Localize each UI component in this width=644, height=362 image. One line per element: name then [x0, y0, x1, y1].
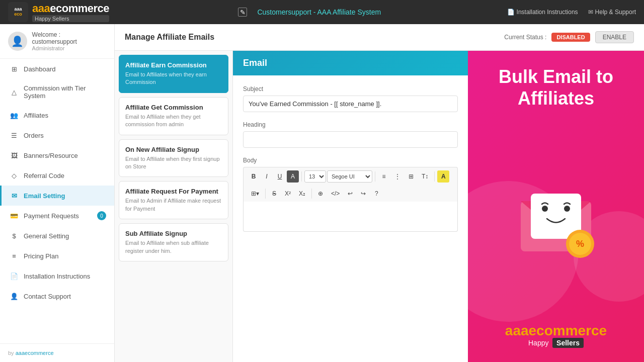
promo-logo: aaaecommerce Happy Sellers [505, 323, 607, 347]
logo: aaaeco aaaecommerce Happy Sellers [8, 2, 109, 22]
status-label: Current Status : [504, 34, 546, 41]
sidebar-item-label: Orders [24, 132, 44, 139]
redo-button[interactable]: ↪ [357, 188, 369, 200]
topbar-nav: 📄 Installation Instructions ✉ Help & Sup… [507, 9, 636, 16]
page-header: Manage Affiliate Emails Current Status :… [115, 24, 644, 51]
font-family-select[interactable]: Segoe UIArialTimes New Roman [327, 170, 372, 183]
promo-illustration: % [506, 109, 606, 323]
color-button[interactable]: A [287, 170, 299, 183]
page-title: Manage Affiliate Emails [125, 33, 214, 42]
strikethrough-button[interactable]: S [268, 188, 280, 200]
svg-point-4 [564, 206, 570, 212]
code-button[interactable]: </> [328, 188, 343, 200]
body-label: Body [243, 157, 458, 164]
undo-button[interactable]: ↩ [344, 188, 356, 200]
item-title: On New Affiliate Signup [125, 146, 222, 153]
card-icon: 💳 [10, 211, 19, 220]
sidebar: 👤 Welcome : customersupport Administrato… [0, 24, 115, 362]
special-char-button[interactable]: ⊕ [314, 188, 327, 200]
sidebar-item-label: Dashboard [24, 65, 56, 73]
sidebar-item-email-setting[interactable]: ✉ Email Setting [0, 186, 114, 206]
sidebar-item-affiliates[interactable]: 👥 Affiliates [0, 105, 114, 125]
ol-button[interactable]: ⋮ [391, 170, 404, 183]
footer-link[interactable]: aaaecommerce [16, 350, 54, 356]
subscript-button[interactable]: X₂ [295, 188, 309, 200]
content-area: Manage Affiliate Emails Current Status :… [115, 24, 644, 362]
sidebar-item-label: Installation Instructions [24, 273, 90, 280]
topbar: aaaeco aaaecommerce Happy Sellers ✎ Cust… [0, 0, 644, 24]
nav-help[interactable]: ✉ Help & Support [588, 9, 636, 16]
item-desc: Email to Affiliate when they first signu… [125, 155, 222, 171]
sliders-icon: ≡ [10, 251, 19, 260]
sidebar-footer: by aaaecommerce [0, 343, 114, 362]
user-info: Welcome : customersupport Administrator [32, 31, 106, 51]
divider [434, 171, 435, 182]
email-list-item-earn-commission[interactable]: Affiliate Earn Commission Email to Affil… [119, 55, 228, 93]
envelope-icon: ✉ [10, 191, 19, 200]
table-button[interactable]: ⊞▾ [248, 188, 263, 200]
promo-logo-tagline: Happy Sellers [505, 339, 607, 347]
subject-label: Subject [243, 85, 458, 93]
sidebar-item-label: Commission with Tier System [24, 84, 106, 100]
email-list-item-get-commission[interactable]: Affiliate Get Commission Email to Affili… [119, 97, 228, 135]
divider [375, 171, 375, 182]
logo-text: aaaecommerce [32, 2, 109, 15]
highlight-button[interactable]: A [437, 170, 449, 183]
text-style-button[interactable]: T↕ [418, 170, 432, 183]
sidebar-item-dashboard[interactable]: ⊞ Dashboard [0, 59, 114, 79]
email-editor-header: Email [233, 51, 468, 75]
welcome-text: Welcome : customersupport [32, 31, 106, 45]
divider [311, 189, 312, 199]
sidebar-item-payment-requests[interactable]: 💳 Payment Requests 0 [0, 206, 114, 226]
sidebar-item-label: Banners/Resource [24, 152, 78, 159]
sidebar-item-referral[interactable]: ◇ Referral Code [0, 165, 114, 186]
help-button[interactable]: ? [370, 188, 382, 200]
topbar-title: Customersupport - AAA Affiliate System [257, 8, 381, 16]
status-area: Current Status : DISABLED ENABLE [504, 31, 634, 43]
logo-sub: Happy Sellers [32, 15, 109, 22]
email-form: Subject Heading Body B I U [233, 75, 468, 251]
editor-toolbar-row1: B I U A 13141618 Segoe UIArialTimes New … [243, 167, 458, 186]
superscript-button[interactable]: X² [281, 188, 294, 200]
promo-logo-text: aaaecommerce [505, 323, 607, 339]
sidebar-item-label: General Setting [24, 232, 69, 240]
subject-group: Subject [243, 85, 458, 112]
edit-icon[interactable]: ✎ [238, 8, 247, 17]
sidebar-item-label: Referral Code [24, 172, 64, 179]
divider [265, 189, 266, 199]
heading-group: Heading [243, 121, 458, 148]
diamond-icon: ◇ [10, 171, 19, 180]
underline-button[interactable]: U [274, 170, 286, 183]
email-list-item-new-signup[interactable]: On New Affiliate Signup Email to Affilia… [119, 139, 228, 177]
person-icon: 👤 [10, 292, 19, 301]
bold-button[interactable]: B [248, 170, 260, 183]
editor-toolbar-row2: ⊞▾ S X² X₂ ⊕ </> ↩ ↪ ? [243, 186, 458, 202]
item-title: Affiliate Request For Payment [125, 188, 222, 195]
font-size-select[interactable]: 13141618 [304, 170, 326, 183]
ul-button[interactable]: ≡ [378, 170, 390, 183]
body-editor[interactable] [243, 202, 458, 232]
promo-area: Bulk Email to Affiliates [468, 51, 644, 362]
sidebar-item-banners[interactable]: 🖼 Banners/Resource [0, 145, 114, 165]
subject-input[interactable] [243, 96, 458, 112]
sidebar-item-label: Pricing Plan [24, 252, 58, 260]
italic-button[interactable]: I [261, 170, 273, 183]
heading-input[interactable] [243, 131, 458, 148]
sidebar-item-orders[interactable]: ☰ Orders [0, 125, 114, 145]
sidebar-item-general-setting[interactable]: $ General Setting [0, 226, 114, 246]
email-list-item-sub-signup[interactable]: Sub Affiliate Signup Email to Affiliate … [119, 223, 228, 261]
sidebar-item-pricing-plan[interactable]: ≡ Pricing Plan [0, 246, 114, 266]
enable-button[interactable]: ENABLE [595, 31, 634, 43]
sidebar-item-contact-support[interactable]: 👤 Contact Support [0, 286, 114, 306]
item-title: Affiliate Get Commission [125, 104, 222, 111]
sidebar-item-label: Payment Requests [24, 212, 79, 220]
align-button[interactable]: ⊞ [405, 170, 417, 183]
sidebar-item-label: Affiliates [24, 112, 48, 119]
nav-installation[interactable]: 📄 Installation Instructions [507, 9, 578, 16]
email-list-item-request-payment[interactable]: Affiliate Request For Payment Email to A… [119, 181, 228, 219]
sidebar-item-installation[interactable]: 📄 Installation Instructions [0, 266, 114, 286]
item-desc: Email to Admin if Affiliate make request… [125, 197, 222, 213]
sidebar-item-commission-tier[interactable]: △ Commission with Tier System [0, 79, 114, 105]
item-desc: Email to Affiliates when they earn Commi… [125, 71, 222, 86]
status-badge: DISABLED [551, 33, 590, 42]
